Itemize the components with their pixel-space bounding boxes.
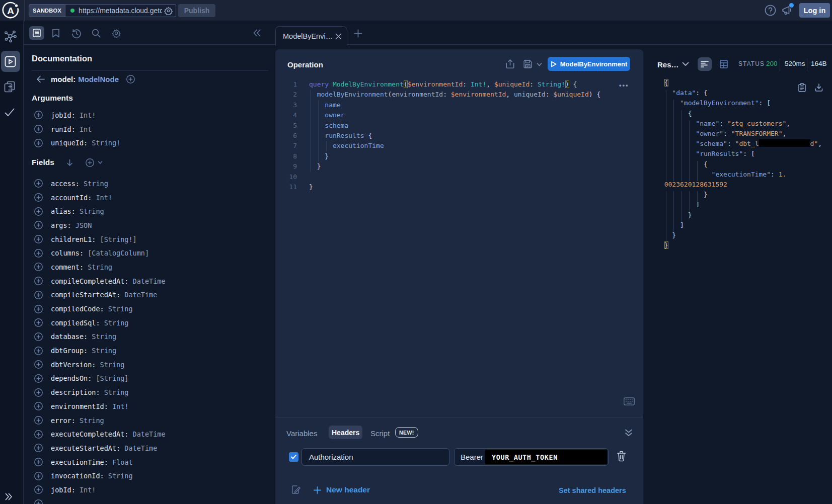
tab-headers[interactable]: Headers — [329, 426, 362, 439]
doc-field-type[interactable]: String — [92, 347, 116, 355]
doc-field-name[interactable]: description: — [51, 388, 104, 396]
endpoint-settings-icon[interactable] — [164, 7, 173, 15]
tab-variables[interactable]: Variables — [286, 429, 317, 438]
doc-field-type[interactable]: Int — [80, 125, 92, 133]
run-operation-button[interactable]: ModelByEnvironment — [548, 57, 630, 71]
add-field-icon[interactable] — [34, 318, 43, 327]
share-icon[interactable] — [506, 59, 514, 69]
tab-script[interactable]: Script — [370, 429, 390, 438]
doc-field-name[interactable]: dbtVersion: — [51, 361, 100, 369]
response-json-line[interactable]: 0023620128631592 — [664, 180, 727, 190]
doc-field-type[interactable]: Int! — [112, 402, 129, 410]
doc-field-name[interactable]: comment: — [51, 263, 88, 271]
download-response-icon[interactable] — [815, 83, 823, 92]
delete-header-icon[interactable] — [617, 451, 626, 462]
doc-field-name[interactable]: uniqueId: — [51, 139, 92, 147]
table-view-icon[interactable] — [720, 60, 728, 68]
add-field-icon[interactable] — [34, 111, 43, 119]
add-field-icon[interactable] — [34, 139, 43, 147]
add-field-icon[interactable] — [34, 235, 43, 243]
doc-field-name[interactable]: compiledSql: — [51, 319, 104, 327]
response-json-line[interactable]: { — [664, 78, 668, 88]
add-field-icon[interactable] — [34, 374, 43, 383]
doc-field-type[interactable]: String — [104, 319, 129, 327]
doc-field-type[interactable]: Float — [112, 458, 133, 466]
add-field-icon[interactable] — [34, 249, 43, 258]
doc-field-type[interactable]: [String!] — [100, 235, 137, 243]
doc-field-name[interactable]: dbtGroup: — [51, 347, 92, 355]
editor-code-line[interactable]: name — [309, 100, 341, 110]
header-key-input[interactable]: Authorization — [301, 448, 449, 466]
response-json-line[interactable]: "runResults": [ — [664, 149, 755, 159]
response-caret-icon[interactable] — [682, 62, 689, 66]
help-icon[interactable] — [765, 5, 776, 16]
doc-field-name[interactable]: childrenL1: — [51, 235, 100, 243]
doc-field-name[interactable]: compiledCode: — [51, 305, 108, 313]
operation-editor[interactable]: 1query ModelByEnvironment($environmentId… — [275, 79, 643, 417]
add-field-icon[interactable] — [34, 360, 43, 369]
schema-graph-icon[interactable] — [4, 30, 17, 43]
doc-field-name[interactable]: error: — [51, 416, 80, 425]
response-json-line[interactable]: "schema": "dbt_ld", — [664, 139, 822, 149]
editor-code-line[interactable]: executionTime — [309, 141, 384, 151]
auth-token-chip[interactable]: YOUR_AUTH_TOKEN — [485, 450, 607, 464]
doc-field-name[interactable]: executionTime: — [51, 458, 112, 466]
doc-field-type[interactable]: DateTime — [124, 444, 157, 452]
settings-gear-icon[interactable] — [112, 29, 121, 38]
collapse-subpanel-icon[interactable] — [625, 429, 633, 437]
add-field-icon[interactable] — [34, 207, 43, 216]
response-title[interactable]: Res… — [657, 60, 679, 69]
doc-field-name[interactable]: accountId: — [51, 194, 96, 202]
doc-field-type[interactable]: String! — [92, 139, 120, 147]
response-json-line[interactable]: } — [664, 210, 692, 220]
doc-field-type[interactable]: String — [80, 207, 104, 215]
doc-field-name[interactable]: alias: — [51, 207, 80, 215]
doc-field-type[interactable]: [CatalogColumn] — [88, 249, 149, 257]
publish-button[interactable]: Publish — [178, 4, 215, 17]
doc-field-type[interactable]: String — [88, 263, 112, 271]
copy-response-icon[interactable] — [798, 83, 806, 92]
keyboard-shortcuts-icon[interactable] — [624, 397, 635, 405]
doc-field-name[interactable]: invocationId: — [51, 472, 108, 480]
doc-field-type[interactable]: String — [80, 416, 104, 425]
editor-code-line[interactable]: } — [309, 182, 313, 192]
add-field-icon[interactable] — [34, 291, 43, 299]
doc-field-name[interactable]: jobId: — [51, 111, 80, 119]
close-tab-icon[interactable] — [335, 33, 342, 40]
doc-field-type[interactable]: String — [84, 180, 108, 188]
model-field-type[interactable]: ModelNode — [78, 75, 119, 83]
editor-code-line[interactable]: query ModelByEnvironment($environmentId:… — [309, 79, 577, 90]
add-field-icon[interactable] — [34, 277, 43, 285]
endpoint-url-text[interactable]: https://metadata.cloud.getdbt.com/graphq… — [79, 7, 162, 15]
header-enabled-checkbox[interactable] — [289, 452, 298, 462]
history-icon[interactable] — [71, 29, 81, 38]
doc-field-name[interactable]: args: — [51, 221, 75, 229]
add-field-icon[interactable] — [34, 388, 43, 397]
collapse-docs-icon[interactable] — [253, 29, 261, 37]
add-field-icon[interactable] — [34, 221, 43, 229]
response-json-line[interactable]: "executionTime": 1. — [664, 170, 787, 180]
doc-field-name[interactable]: database: — [51, 332, 92, 341]
add-field-icon[interactable] — [34, 472, 43, 480]
editor-code-line[interactable]: runResults { — [309, 131, 372, 141]
environment-variables-icon[interactable] — [291, 485, 301, 495]
add-field-icon[interactable] — [34, 179, 43, 188]
response-json-line[interactable]: } — [664, 190, 708, 200]
save-icon[interactable] — [523, 60, 532, 68]
doc-field-type[interactable]: String — [92, 332, 116, 341]
new-tab-icon[interactable] — [354, 29, 362, 38]
sort-fields-icon[interactable] — [66, 159, 73, 166]
explorer-icon[interactable] — [5, 56, 16, 67]
response-json-line[interactable]: "owner": "TRANSFORMER", — [664, 129, 787, 139]
doc-field-name[interactable]: jobId: — [51, 486, 80, 494]
editor-code-line[interactable]: } — [309, 161, 321, 172]
response-json-line[interactable]: "name": "stg_customers", — [664, 119, 790, 129]
doc-field-name[interactable]: access: — [51, 180, 84, 188]
header-value-input[interactable]: Bearer YOUR_AUTH_TOKEN — [454, 448, 609, 466]
set-shared-headers-button[interactable]: Set shared headers — [559, 486, 626, 494]
editor-code-line[interactable]: owner — [309, 110, 344, 120]
response-json-line[interactable]: "data": { — [664, 88, 708, 98]
changelog-icon[interactable] — [4, 80, 16, 93]
add-field-icon[interactable] — [34, 402, 43, 410]
doc-field-type[interactable]: DateTime — [124, 291, 157, 299]
